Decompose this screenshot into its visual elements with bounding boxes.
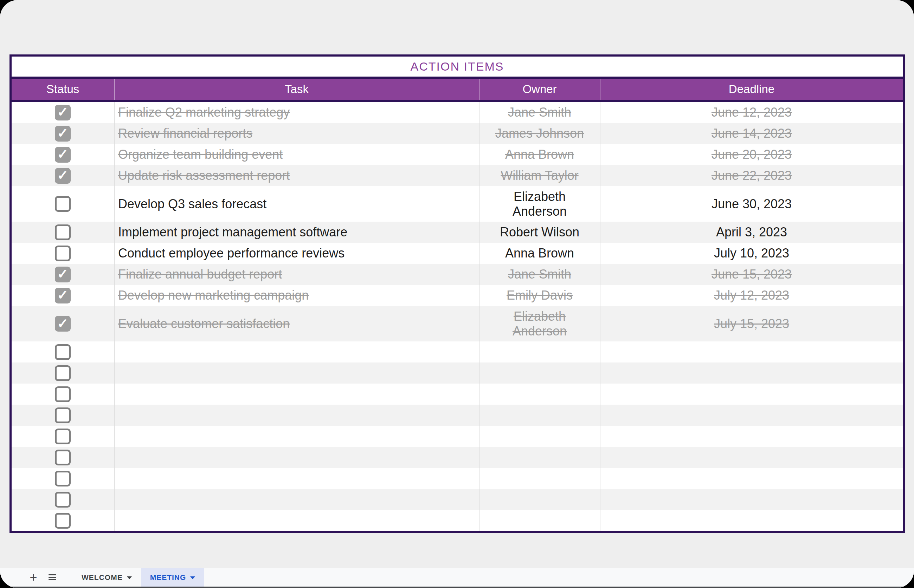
task-cell[interactable]: Develop Q3 sales forecast [115,186,480,221]
tab-meeting-label: MEETING [150,573,186,582]
task-cell[interactable] [115,510,480,531]
task-cell-text: Finalize annual budget report [118,267,282,281]
unchecked-checkbox[interactable] [55,344,71,360]
task-cell[interactable] [115,341,480,362]
task-cell[interactable] [115,468,480,489]
all-sheets-button[interactable] [49,574,56,580]
unchecked-checkbox[interactable] [55,513,71,529]
deadline-cell[interactable] [600,405,903,426]
owner-cell[interactable] [480,384,600,405]
deadline-cell[interactable]: June 30, 2023 [600,186,903,221]
unchecked-checkbox[interactable] [55,407,71,423]
owner-cell[interactable] [480,362,600,384]
checked-checkbox[interactable]: ✓ [55,168,71,184]
deadline-cell[interactable]: June 12, 2023 [600,102,903,123]
deadline-cell-text: April 3, 2023 [716,225,787,239]
table-row [11,341,903,362]
deadline-cell[interactable] [600,510,903,531]
deadline-cell[interactable]: June 22, 2023 [600,165,903,186]
tab-meeting[interactable]: MEETING [141,568,204,586]
owner-cell[interactable]: Jane Smith [480,264,600,285]
status-cell [11,362,115,384]
deadline-cell[interactable]: June 14, 2023 [600,123,903,144]
checked-checkbox[interactable]: ✓ [55,267,71,283]
owner-cell[interactable]: Anna Brown [480,144,600,165]
status-cell: ✓ [11,285,115,306]
deadline-cell[interactable]: July 15, 2023 [600,306,903,341]
deadline-cell[interactable] [600,384,903,405]
status-cell [11,426,115,447]
task-cell[interactable] [115,489,480,510]
unchecked-checkbox[interactable] [55,386,71,402]
owner-cell[interactable] [480,341,600,362]
task-cell[interactable]: Update risk assessment report [115,165,480,186]
unchecked-checkbox[interactable] [55,225,71,240]
checked-checkbox[interactable]: ✓ [55,288,71,304]
unchecked-checkbox[interactable] [55,428,71,444]
owner-cell[interactable] [480,489,600,510]
status-cell: ✓ [11,102,115,123]
unchecked-checkbox[interactable] [55,365,71,381]
owner-cell[interactable]: Anna Brown [480,243,600,264]
owner-cell[interactable] [480,426,600,447]
checked-checkbox[interactable]: ✓ [55,147,71,163]
chevron-down-icon [190,577,195,579]
chevron-down-icon [127,577,132,579]
add-sheet-button[interactable]: + [28,570,39,585]
checked-checkbox[interactable]: ✓ [55,105,71,121]
checked-checkbox[interactable]: ✓ [55,126,71,142]
table-row [11,405,903,426]
deadline-cell[interactable] [600,341,903,362]
deadline-cell[interactable]: June 15, 2023 [600,264,903,285]
tab-welcome[interactable]: WELCOME [73,568,141,586]
table-title: ACTION ITEMS [11,57,903,79]
owner-cell-text: Anna Brown [505,246,574,260]
deadline-cell[interactable] [600,426,903,447]
deadline-cell[interactable] [600,362,903,384]
owner-cell[interactable]: Elizabeth Anderson [480,186,600,221]
task-cell[interactable]: Develop new marketing campaign [115,285,480,306]
task-cell[interactable]: Finalize Q2 marketing strategy [115,102,480,123]
task-cell[interactable]: Organize team building event [115,144,480,165]
unchecked-checkbox[interactable] [55,450,71,465]
task-cell[interactable]: Finalize annual budget report [115,264,480,285]
task-cell[interactable] [115,405,480,426]
task-cell[interactable]: Review financial reports [115,123,480,144]
task-cell[interactable]: Implement project management software [115,221,480,243]
deadline-cell[interactable]: June 20, 2023 [600,144,903,165]
checked-checkbox[interactable]: ✓ [55,316,71,331]
task-cell[interactable]: Evaluate customer satisfaction [115,306,480,341]
task-cell[interactable] [115,426,480,447]
task-cell[interactable] [115,447,480,468]
unchecked-checkbox[interactable] [55,471,71,486]
owner-cell[interactable] [480,468,600,489]
deadline-cell[interactable] [600,468,903,489]
unchecked-checkbox[interactable] [55,492,71,507]
owner-cell[interactable]: William Taylor [480,165,600,186]
deadline-cell[interactable] [600,489,903,510]
owner-cell[interactable] [480,510,600,531]
unchecked-checkbox[interactable] [55,246,71,261]
task-cell[interactable] [115,362,480,384]
owner-cell[interactable]: Emily Davis [480,285,600,306]
owner-cell-text: Elizabeth Anderson [498,309,582,338]
deadline-cell[interactable]: July 10, 2023 [600,243,903,264]
owner-cell[interactable]: Elizabeth Anderson [480,306,600,341]
task-cell[interactable]: Conduct employee performance reviews [115,243,480,264]
status-cell [11,405,115,426]
unchecked-checkbox[interactable] [55,196,71,212]
owner-cell-text: Emily Davis [507,288,573,302]
owner-cell[interactable]: Jane Smith [480,102,600,123]
owner-cell[interactable]: James Johnson [480,123,600,144]
deadline-cell-text: July 10, 2023 [714,246,789,260]
status-cell: ✓ [11,123,115,144]
table-row [11,468,903,489]
owner-cell[interactable] [480,405,600,426]
table-row: ✓Review financial reportsJames JohnsonJu… [11,123,903,144]
owner-cell[interactable]: Robert Wilson [480,221,600,243]
deadline-cell[interactable]: April 3, 2023 [600,221,903,243]
deadline-cell[interactable]: July 12, 2023 [600,285,903,306]
deadline-cell[interactable] [600,447,903,468]
task-cell[interactable] [115,384,480,405]
owner-cell[interactable] [480,447,600,468]
